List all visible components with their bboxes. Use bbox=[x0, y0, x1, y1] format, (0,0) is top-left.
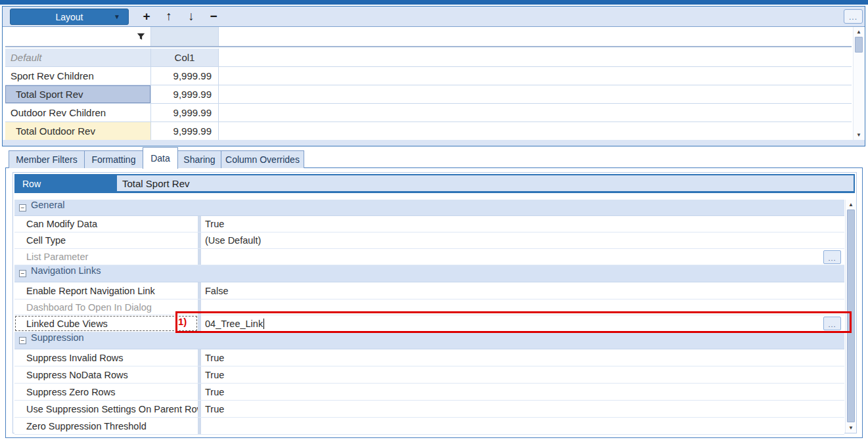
scrollbar-thumb[interactable] bbox=[847, 210, 855, 422]
collapse-icon[interactable]: − bbox=[19, 204, 26, 211]
grid-row: Sport Rev Children 9,999.99 bbox=[5, 67, 852, 85]
linked-cube-views-value: 04_Tree_Link bbox=[205, 319, 263, 329]
property-row-suppress-zero-rows: Suppress Zero Rows True bbox=[14, 384, 844, 401]
property-label[interactable]: Dashboard To Open In Dialog bbox=[14, 299, 198, 315]
row-header-cell[interactable]: Sport Rev Children bbox=[5, 67, 151, 85]
property-value[interactable]: ... bbox=[201, 249, 844, 265]
scroll-up-icon[interactable]: ▲ bbox=[854, 28, 864, 36]
property-label[interactable]: Suppress Zero Rows bbox=[14, 384, 198, 400]
grid-row: Outdoor Rev Children 9,999.99 bbox=[5, 104, 852, 122]
property-value[interactable]: False bbox=[201, 282, 844, 299]
collapse-icon[interactable]: − bbox=[19, 270, 26, 277]
property-value[interactable] bbox=[201, 299, 844, 315]
property-value[interactable]: True bbox=[201, 349, 844, 366]
data-cell[interactable]: 9,999.99 bbox=[151, 104, 219, 122]
property-label[interactable]: Use Suppression Settings On Parent Rows bbox=[14, 401, 198, 417]
data-cell[interactable]: 9,999.99 bbox=[151, 122, 219, 140]
grid-filter-row bbox=[5, 27, 852, 47]
property-row-suppress-invalid-rows: Suppress Invalid Rows True bbox=[14, 349, 844, 366]
property-vertical-scrollbar[interactable]: ▲ ▼ bbox=[845, 200, 856, 433]
tab-sharing[interactable]: Sharing bbox=[177, 150, 221, 168]
property-row-cell-type: Cell Type (Use Default) bbox=[14, 232, 844, 249]
group-suppression[interactable]: − Suppression bbox=[14, 332, 844, 349]
property-label[interactable]: List Parameter bbox=[14, 249, 198, 265]
row-header-cell[interactable]: Outdoor Rev Children bbox=[5, 104, 151, 122]
property-row-dashboard-to-open-in-dialog: Dashboard To Open In Dialog bbox=[14, 299, 844, 315]
data-cell[interactable]: 9,999.99 bbox=[151, 67, 219, 85]
filter-funnel-icon bbox=[137, 32, 145, 41]
filter-cell[interactable] bbox=[5, 27, 151, 46]
move-row-down-icon[interactable]: ↓ bbox=[184, 7, 198, 26]
property-row-zero-suppression-threshold: Zero Suppression Threshold bbox=[14, 418, 844, 435]
chevron-down-icon: ▼ bbox=[114, 13, 120, 20]
linked-cube-views-editor[interactable]: 04_Tree_Link ... bbox=[201, 315, 844, 332]
scroll-down-icon[interactable]: ▼ bbox=[846, 424, 856, 432]
add-row-icon[interactable]: + bbox=[139, 7, 154, 26]
grid-toolbar: Layout ▼ + ↑ ↓ − ... bbox=[3, 7, 865, 27]
move-row-up-icon[interactable]: ↑ bbox=[162, 7, 176, 26]
row-header-cell-highlighted[interactable]: Total Outdoor Rev bbox=[5, 122, 151, 140]
grid-vertical-scrollbar[interactable]: ▲ ▼ bbox=[853, 27, 864, 140]
window-title-strip bbox=[0, 0, 868, 5]
grid-row-selected: Total Sport Rev 9,999.99 bbox=[5, 85, 852, 104]
property-row-linked-cube-views: Linked Cube Views 04_Tree_Link ... bbox=[14, 315, 844, 332]
grid-row-highlighted: Total Outdoor Rev 9,999.99 bbox=[5, 122, 852, 141]
property-value[interactable]: True bbox=[201, 216, 844, 232]
group-general[interactable]: − General bbox=[14, 200, 844, 216]
property-row-suppress-nodata-rows: Suppress NoData Rows True bbox=[14, 366, 844, 384]
property-editor: Row Total Sport Rev − General Can Modify… bbox=[12, 172, 857, 433]
layout-dropdown-label: Layout bbox=[55, 12, 83, 22]
cube-view-panel: Layout ▼ + ↑ ↓ − ... Default Col1 bbox=[2, 6, 865, 146]
data-tab-panel: Row Total Sport Rev − General Can Modify… bbox=[5, 167, 863, 438]
property-value[interactable]: True bbox=[201, 401, 844, 417]
grid-bottom-strip bbox=[3, 140, 865, 146]
group-label: Suppression bbox=[31, 332, 84, 349]
row-edit-buttons: + ↑ ↓ − bbox=[139, 7, 221, 26]
linked-cube-views-browse-button[interactable]: ... bbox=[823, 317, 841, 330]
tab-data[interactable]: Data bbox=[143, 147, 178, 169]
collapse-icon[interactable]: − bbox=[19, 337, 26, 344]
property-label[interactable]: Suppress NoData Rows bbox=[14, 366, 198, 383]
property-label[interactable]: Enable Report Navigation Link bbox=[14, 282, 198, 299]
text-cursor bbox=[263, 319, 264, 329]
annotation-marker: 1) bbox=[178, 316, 187, 327]
property-row-can-modify-data: Can Modify Data True bbox=[14, 216, 844, 232]
property-row-enable-report-navigation-link: Enable Report Navigation Link False bbox=[14, 282, 844, 299]
row-bar-label: Row bbox=[14, 174, 117, 193]
property-value[interactable]: True bbox=[201, 366, 844, 383]
cube-view-grid: Default Col1 Sport Rev Children 9,999.99… bbox=[3, 27, 852, 140]
filter-cell-col1[interactable] bbox=[151, 27, 219, 46]
group-label: Navigation Links bbox=[31, 265, 101, 282]
row-header-bar: Row Total Sport Rev bbox=[14, 174, 855, 193]
property-label[interactable]: Can Modify Data bbox=[14, 216, 198, 232]
data-cell[interactable]: 9,999.99 bbox=[151, 85, 219, 103]
property-label[interactable]: Suppress Invalid Rows bbox=[14, 349, 198, 366]
grid-column-header[interactable]: Col1 bbox=[151, 49, 219, 66]
row-bar-member: Total Sport Rev bbox=[117, 175, 854, 191]
grid-header-row: Default Col1 bbox=[5, 49, 852, 67]
scrollbar-thumb[interactable] bbox=[855, 37, 863, 53]
property-label[interactable]: Cell Type bbox=[14, 232, 198, 248]
layout-dropdown-button[interactable]: Layout ▼ bbox=[10, 9, 129, 25]
property-value[interactable] bbox=[201, 418, 844, 434]
property-label-focused[interactable]: Linked Cube Views bbox=[14, 315, 198, 332]
property-row-use-suppression-settings-on-parent-rows: Use Suppression Settings On Parent Rows … bbox=[14, 401, 844, 418]
scroll-up-icon[interactable]: ▲ bbox=[846, 200, 856, 209]
tab-formatting[interactable]: Formatting bbox=[84, 150, 143, 168]
tab-member-filters[interactable]: Member Filters bbox=[9, 150, 85, 168]
property-row-list-parameter: List Parameter ... bbox=[14, 249, 844, 265]
grid-corner-header[interactable]: Default bbox=[5, 49, 151, 66]
property-value[interactable]: (Use Default) bbox=[201, 232, 844, 248]
scroll-down-icon[interactable]: ▼ bbox=[854, 131, 864, 139]
toolbar-more-button[interactable]: ... bbox=[844, 9, 863, 24]
property-label[interactable]: Zero Suppression Threshold bbox=[14, 418, 198, 434]
group-navigation-links[interactable]: − Navigation Links bbox=[14, 265, 844, 282]
row-header-cell-selected[interactable]: Total Sport Rev bbox=[5, 85, 151, 103]
group-label: General bbox=[31, 200, 65, 215]
list-parameter-browse-button[interactable]: ... bbox=[823, 250, 841, 264]
tab-column-overrides[interactable]: Column Overrides bbox=[221, 150, 304, 168]
delete-row-icon[interactable]: − bbox=[206, 7, 221, 26]
property-value[interactable]: True bbox=[201, 384, 844, 400]
app-window: Layout ▼ + ↑ ↓ − ... Default Col1 bbox=[0, 0, 868, 442]
property-grid: − General Can Modify Data True Cell Type… bbox=[14, 200, 844, 435]
